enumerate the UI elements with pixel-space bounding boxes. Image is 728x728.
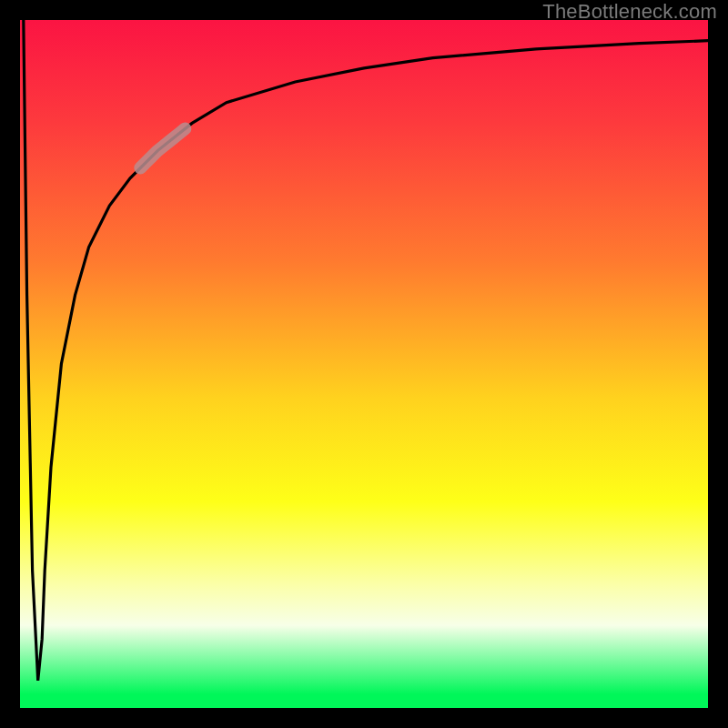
attribution-text: TheBottleneck.com — [542, 0, 717, 24]
bottleneck-curve — [24, 20, 708, 681]
curve-layer — [20, 20, 708, 708]
curve-highlight-segment — [140, 128, 185, 167]
chart-frame: TheBottleneck.com — [0, 0, 728, 728]
